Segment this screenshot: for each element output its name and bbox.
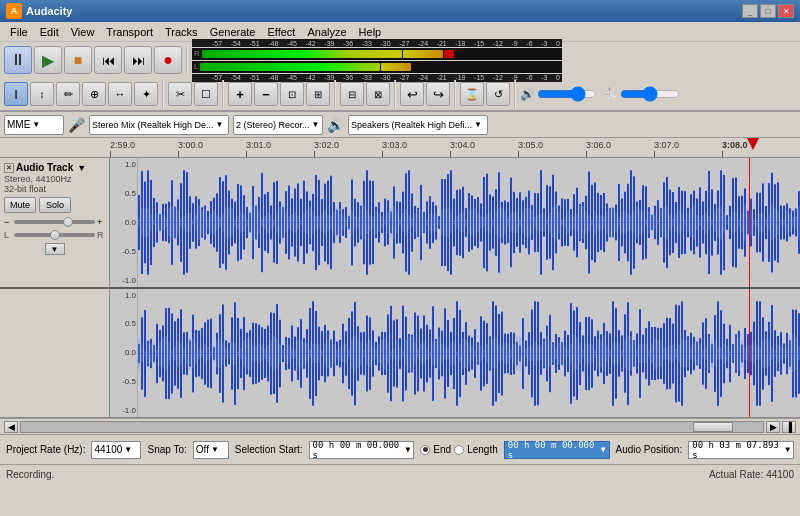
- skip-back-button[interactable]: ⏮: [94, 46, 122, 74]
- track2-playback-line: [749, 289, 750, 418]
- track1-close-button[interactable]: ✕: [4, 163, 14, 173]
- menu-file[interactable]: File: [4, 24, 34, 40]
- project-rate-select[interactable]: 44100 ▼: [91, 441, 141, 459]
- length-radio-label: Length: [467, 444, 498, 455]
- loop-button[interactable]: ↺: [486, 82, 510, 106]
- track1-gain-slider[interactable]: [14, 220, 95, 224]
- ruler-tick-8: [654, 151, 655, 157]
- ruler-label-8: 3:07.0: [654, 140, 679, 150]
- envelope-tool-button[interactable]: ↕: [30, 82, 54, 106]
- record-button[interactable]: ●: [154, 46, 182, 74]
- track1-playback-line: [749, 158, 750, 287]
- selection-tool-button[interactable]: I: [4, 82, 28, 106]
- zoom-selection-button[interactable]: ⊞: [306, 82, 330, 106]
- track1-gain-thumb: [63, 217, 73, 227]
- toolbar-sep-7: [514, 80, 516, 108]
- app-icon: A: [6, 3, 22, 19]
- timeline-ruler[interactable]: 2:59.0 3:00.0 3:01.0 3:02.0 3:03.0 3:04.…: [0, 138, 800, 158]
- output-device-select[interactable]: Speakers (Realtek High Defi... ▼: [348, 115, 488, 135]
- end-radio[interactable]: [420, 445, 430, 455]
- track1-collapse[interactable]: ▼: [4, 243, 105, 255]
- waveform-area[interactable]: 1.0 0.5 0.0 -0.5 -1.0 1.0 0.5 0.0 -0.5 -…: [110, 158, 800, 417]
- scroll-end-button[interactable]: ▐: [782, 421, 796, 433]
- end-length-group: End Length: [420, 444, 497, 455]
- menu-transport[interactable]: Transport: [100, 24, 159, 40]
- zoom-out-button[interactable]: −: [254, 82, 278, 106]
- project-rate-arrow: ▼: [124, 445, 132, 454]
- draw-tool-button[interactable]: ✏: [56, 82, 80, 106]
- close-button[interactable]: ✕: [778, 4, 794, 18]
- input-dropdown-arrow: ▼: [216, 120, 224, 129]
- ruler-tick-7: [586, 151, 587, 157]
- ruler-label-6: 3:05.0: [518, 140, 543, 150]
- horizontal-scrollbar: ◀ ▶ ▐: [0, 418, 800, 434]
- output-dropdown-arrow: ▼: [474, 120, 482, 129]
- menu-view[interactable]: View: [65, 24, 101, 40]
- minimize-button[interactable]: _: [742, 4, 758, 18]
- toolbar-row2: I ↕ ✏ ⊕ ↔ ✦ ✂ ☐ + − ⊡ ⊞ ⊟ ⊠ ↩ ↪ ⌛ ↺ 🔊: [0, 78, 800, 110]
- snap-select[interactable]: Off ▼: [193, 441, 229, 459]
- zoom-tool-button[interactable]: ⊕: [82, 82, 106, 106]
- track1-info2: 32-bit float: [4, 184, 105, 194]
- input-device-select[interactable]: Stereo Mix (Realtek High De... ▼: [89, 115, 229, 135]
- ruler-tick-1: [178, 151, 179, 157]
- sel-end-field[interactable]: 00 h 00 m 00.000 s ▼: [504, 441, 610, 459]
- status-bar: Recording. Actual Rate: 44100: [0, 464, 800, 484]
- ruler-label-3: 3:02.0: [314, 140, 339, 150]
- stop-button[interactable]: ■: [64, 46, 92, 74]
- menu-generate[interactable]: Generate: [204, 24, 262, 40]
- trim-button[interactable]: ✂: [168, 82, 192, 106]
- silence-button[interactable]: ☐: [194, 82, 218, 106]
- speed-slider[interactable]: [620, 87, 680, 101]
- fit-project-button[interactable]: ⊟: [340, 82, 364, 106]
- track1-mute-button[interactable]: Mute: [4, 197, 36, 213]
- timeshift-tool-button[interactable]: ↔: [108, 82, 132, 106]
- vu-meter-bottom: L: [192, 61, 562, 73]
- track1-header: ✕ Audio Track ▼ Stereo, 44100Hz 32-bit f…: [0, 158, 109, 289]
- play-button[interactable]: ▶: [34, 46, 62, 74]
- ruler-content: 2:59.0 3:00.0 3:01.0 3:02.0 3:03.0 3:04.…: [110, 138, 800, 157]
- api-select[interactable]: MME ▼: [4, 115, 64, 135]
- zoom-fit-button[interactable]: ⊡: [280, 82, 304, 106]
- zoom-toggle-button[interactable]: ⊠: [366, 82, 390, 106]
- speed-icon: 🐇: [603, 87, 618, 101]
- redo-button[interactable]: ↪: [426, 82, 450, 106]
- track1-waveform[interactable]: 1.0 0.5 0.0 -0.5 -1.0: [110, 158, 800, 289]
- menu-tracks[interactable]: Tracks: [159, 24, 204, 40]
- scroll-track[interactable]: [20, 421, 764, 433]
- track1-pan-slider[interactable]: [14, 233, 95, 237]
- menu-effect[interactable]: Effect: [262, 24, 302, 40]
- menu-analyze[interactable]: Analyze: [301, 24, 352, 40]
- menu-edit[interactable]: Edit: [34, 24, 65, 40]
- device-bar: MME ▼ 🎤 Stereo Mix (Realtek High De... ▼…: [0, 112, 800, 138]
- scroll-thumb[interactable]: [693, 422, 733, 432]
- zoom-in-button[interactable]: +: [228, 82, 252, 106]
- volume-slider[interactable]: [537, 87, 597, 101]
- track2-waveform[interactable]: 1.0 0.5 0.0 -0.5 -1.0: [110, 289, 800, 418]
- end-radio-label: End: [433, 444, 451, 455]
- title-bar: A Audacity _ □ ✕: [0, 0, 800, 22]
- scroll-left-button[interactable]: ◀: [4, 421, 18, 433]
- toolbar-sep-3: [222, 80, 224, 108]
- multi-tool-button[interactable]: ✦: [134, 82, 158, 106]
- track1-solo-button[interactable]: Solo: [39, 197, 71, 213]
- menu-help[interactable]: Help: [353, 24, 388, 40]
- track2-waveform-canvas[interactable]: [138, 289, 800, 418]
- undo-button[interactable]: ↩: [400, 82, 424, 106]
- output-device-label: Speakers (Realtek High Defi...: [351, 120, 472, 130]
- scroll-right-button[interactable]: ▶: [766, 421, 780, 433]
- sel-start-field[interactable]: 00 h 00 m 00.000 s ▼: [309, 441, 415, 459]
- maximize-button[interactable]: □: [760, 4, 776, 18]
- audio-pos-field[interactable]: 00 h 03 m 07.893 s ▼: [688, 441, 794, 459]
- track1-waveform-canvas[interactable]: [138, 158, 800, 287]
- toolbar-sep-6: [454, 80, 456, 108]
- length-radio[interactable]: [454, 445, 464, 455]
- sel-end-arrow: ▼: [601, 445, 606, 454]
- skip-fwd-button[interactable]: ⏭: [124, 46, 152, 74]
- vu-meter-top: R: [192, 48, 562, 60]
- input-channels-select[interactable]: 2 (Stereo) Recor... ▼: [233, 115, 323, 135]
- track1-dropdown-arrow[interactable]: ▼: [77, 163, 86, 173]
- sync-lock-button[interactable]: ⌛: [460, 82, 484, 106]
- pause-button[interactable]: ⏸: [4, 46, 32, 74]
- sel-end-value: 00 h 00 m 00.000 s: [508, 440, 600, 460]
